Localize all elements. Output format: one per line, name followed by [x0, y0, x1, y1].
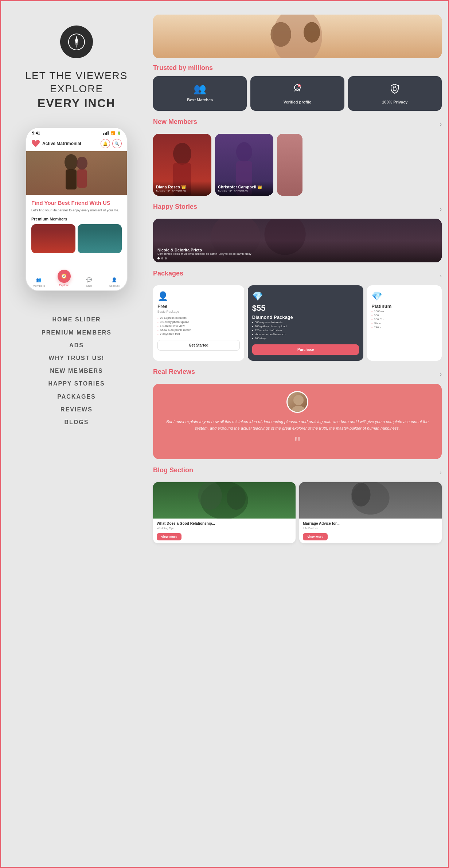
- right-panel: Trusted by millions 👥 Best Matches: [153, 11, 442, 857]
- svg-point-33: [351, 483, 370, 507]
- trust-card-best-matches: 👥 Best Matches: [153, 76, 247, 111]
- packages-arrow[interactable]: ›: [440, 273, 442, 279]
- blog-card-2[interactable]: Marriage Advice for... Life Partner View…: [299, 482, 442, 543]
- get-started-button[interactable]: Get Started: [157, 340, 240, 351]
- account-nav-icon: 👤: [111, 276, 118, 284]
- new-members-header: New Members ›: [153, 118, 442, 130]
- new-members-section: New Members › Diana Roses 👑 Member ID: 8…: [153, 118, 442, 203]
- svg-point-26: [291, 406, 306, 413]
- member-card-diana[interactable]: Diana Roses 👑 Member ID: 8E09C138: [153, 134, 211, 196]
- nav-members[interactable]: 👥 Members: [26, 276, 51, 288]
- blog-2-category: Life Partner: [303, 527, 438, 530]
- phone-status-bar: 9:41 📶 🔋: [26, 128, 127, 137]
- best-matches-icon: 👥: [194, 83, 206, 95]
- story-text: Sometimes I look at Delorita and feel so…: [157, 252, 437, 256]
- svg-rect-14: [393, 88, 396, 90]
- member-card-christofer[interactable]: Christofer Campbell 👑 Member ID: 8E09C16…: [215, 134, 273, 196]
- reviews-label: Real Reviews: [153, 368, 195, 376]
- svg-point-19: [236, 142, 252, 162]
- nav-explore-label: Explore: [59, 284, 69, 287]
- free-feature-4: Show auto profile match: [157, 328, 240, 332]
- nav-explore[interactable]: 🧭 Explore: [51, 276, 77, 288]
- feature-list: HOME SLIDER PREMIUM MEMBERS ADS WHY TRUS…: [7, 313, 146, 429]
- trusted-label: Trusted by millions: [153, 64, 442, 72]
- compass-icon: [60, 26, 93, 58]
- phone-member-card-2[interactable]: [78, 224, 122, 253]
- phone-header: Active Matrimonial 🔔 🔍: [26, 137, 127, 151]
- purchase-button[interactable]: Purchase: [252, 344, 359, 355]
- diana-name: Diana Roses 👑: [156, 185, 208, 189]
- review-card: But I must explain to you how all this m…: [153, 384, 442, 459]
- phone-bottom-nav: 👥 Members 🧭 Explore 💬 Chat 👤 Account: [26, 273, 127, 290]
- feature-packages: PACKAGES: [7, 390, 146, 403]
- nav-members-label: Members: [33, 284, 45, 288]
- app-name: Active Matrimonial: [42, 141, 81, 146]
- free-feature-1: 20 Express Interests: [157, 316, 240, 320]
- christofer-info: Christofer Campbell 👑 Member ID: 8E09C16…: [215, 181, 273, 196]
- diamond-package-card: 💎 $55 Diamond Package 500 express Intere…: [248, 285, 364, 361]
- platinum-icon: 💎: [371, 291, 437, 301]
- phone-member-card-1[interactable]: [31, 224, 75, 253]
- feature-reviews: REVIEWS: [7, 403, 146, 416]
- phone-content: Find Your Best Friend With US Let's find…: [26, 195, 127, 261]
- nav-chat[interactable]: 💬 Chat: [77, 276, 102, 288]
- svg-point-6: [77, 157, 87, 170]
- feature-ads: ADS: [7, 339, 146, 352]
- story-dots: [157, 257, 437, 259]
- trust-card-verified: Verified profile: [250, 76, 344, 111]
- trust-cards: 👥 Best Matches Verified profile: [153, 76, 442, 111]
- blog-card-1[interactable]: What Does a Good Relationship... Wedding…: [153, 482, 296, 543]
- feature-happy-stories: HAPPY STORIES: [7, 377, 146, 390]
- blog-1-title: What Does a Good Relationship...: [157, 521, 292, 525]
- feature-premium-members: PREMIUM MEMBERS: [7, 326, 146, 339]
- blog-1-content: What Does a Good Relationship... Wedding…: [153, 519, 296, 543]
- phone-hero-image: [26, 151, 127, 195]
- main-container: LET THE VIEWERS EXPLORE EVERY INCH 9:41: [0, 0, 449, 868]
- new-members-arrow[interactable]: ›: [440, 121, 442, 128]
- chat-nav-icon: 💬: [86, 276, 93, 284]
- blog-arrow[interactable]: ›: [440, 469, 442, 476]
- diamond-feature-5: 365 days: [252, 337, 359, 340]
- best-matches-label: Best Matches: [187, 98, 213, 102]
- privacy-icon: [389, 83, 401, 97]
- review-quote-icon: ": [294, 434, 300, 452]
- platinum-feature-3: 200 Co...: [371, 318, 437, 321]
- platinum-feature-2: 300 p...: [371, 314, 437, 317]
- nav-account[interactable]: 👤 Account: [102, 276, 127, 288]
- svg-rect-7: [77, 169, 87, 188]
- trusted-section: Trusted by millions 👥 Best Matches: [153, 64, 442, 118]
- app-logo-svg: [31, 139, 40, 148]
- blog-row: What Does a Good Relationship... Wedding…: [153, 482, 442, 543]
- platinum-package-card: 💎 Platinum 1000 ex... 300 p... 200 Co...…: [367, 285, 442, 361]
- notification-icon[interactable]: 🔔: [101, 139, 110, 148]
- happy-stories-label: Happy Stories: [153, 203, 197, 211]
- member-card-partial: [277, 134, 302, 196]
- new-members-label: New Members: [153, 118, 197, 126]
- happy-stories-arrow[interactable]: ›: [440, 206, 442, 212]
- diamond-package-name: Diamond Package: [252, 314, 359, 320]
- wifi-icon: 📶: [110, 131, 115, 135]
- reviews-arrow[interactable]: ›: [440, 371, 442, 378]
- platinum-name: Platinum: [371, 304, 437, 309]
- phone-members-grid: [31, 224, 122, 253]
- svg-point-11: [304, 22, 320, 43]
- signal-bars: [103, 131, 109, 135]
- phone-mockup: 9:41 📶 🔋: [26, 127, 128, 291]
- packages-header: Packages ›: [153, 270, 442, 282]
- diamond-feature-1: 500 express Interests: [252, 321, 359, 324]
- platinum-feature-1: 1000 ex...: [371, 310, 437, 313]
- blog-1-view-more[interactable]: View More: [157, 533, 181, 540]
- dot-2: [161, 257, 163, 259]
- blog-1-category: Wedding Tips: [157, 527, 292, 530]
- free-package-name: Free: [157, 304, 240, 309]
- verified-label: Verified profile: [284, 100, 311, 104]
- svg-point-30: [227, 486, 246, 510]
- svg-point-25: [293, 395, 304, 405]
- blog-image-1: [153, 482, 296, 519]
- nav-account-label: Account: [109, 284, 120, 288]
- search-icon[interactable]: 🔍: [112, 139, 122, 148]
- packages-section: Packages › 👤 Free Basic Package 20 Expre…: [153, 270, 442, 368]
- blog-2-view-more[interactable]: View More: [303, 533, 328, 540]
- svg-rect-5: [66, 169, 77, 189]
- diana-info: Diana Roses 👑 Member ID: 8E09C138: [153, 181, 211, 196]
